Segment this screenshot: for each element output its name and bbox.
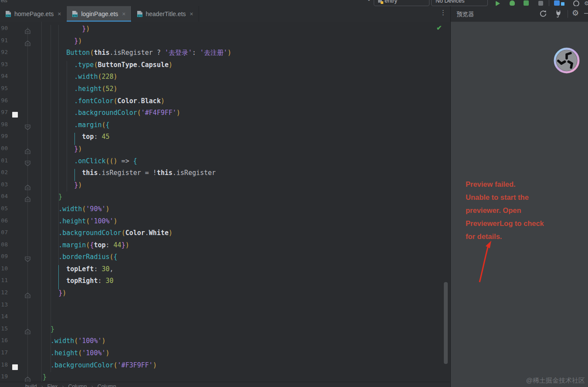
breadcrumb-item[interactable]: Column — [98, 384, 116, 387]
line-number[interactable]: 10 — [0, 265, 8, 277]
line-number[interactable]: 97 — [0, 109, 8, 121]
plug-icon[interactable] — [554, 10, 562, 18]
code-line[interactable]: .borderRadius({ — [43, 253, 231, 265]
fold-icon[interactable] — [25, 328, 30, 334]
code-line[interactable]: topRight: 30 — [43, 277, 231, 289]
chevron-down-icon[interactable]: ⌄ — [367, 0, 371, 2]
line-number[interactable]: 15 — [0, 325, 8, 337]
breadcrumb[interactable]: build›Flex›Column›Column — [25, 384, 116, 387]
line-number[interactable]: 93 — [0, 61, 8, 73]
tab-loginpage[interactable]: ETS loginPage.ets × — [67, 6, 131, 22]
line-number[interactable]: 96 — [0, 97, 8, 109]
line-number[interactable]: 92 — [0, 49, 8, 61]
fold-icon[interactable] — [25, 148, 30, 154]
tab-homepage[interactable]: ETS homePage.ets × — [0, 6, 67, 22]
line-number[interactable]: 91 — [0, 37, 8, 49]
code-line[interactable]: .backgroundColor('#F4F9FF') — [43, 109, 231, 121]
line-number[interactable]: 90 — [0, 25, 8, 37]
refresh-icon[interactable] — [539, 10, 547, 18]
line-number-gutter[interactable]: 9091929394959697989900010203040506070809… — [0, 25, 8, 382]
fold-icon[interactable] — [25, 196, 30, 202]
line-number[interactable]: 11 — [0, 277, 8, 289]
device-manager-icon[interactable] — [554, 0, 560, 6]
line-number[interactable]: 17 — [0, 349, 8, 361]
code-line[interactable]: }) — [43, 37, 231, 49]
code-line[interactable]: .height('100%') — [43, 349, 231, 361]
device-selector[interactable]: No Devices — [431, 0, 488, 6]
bookmark-icon[interactable] — [12, 364, 18, 370]
code-line[interactable]: .onClick(() => { — [43, 157, 231, 169]
code-line[interactable]: .backgroundColor('#F3F9FF') — [43, 361, 231, 374]
code-line[interactable] — [43, 301, 231, 313]
debug-button[interactable] — [510, 0, 515, 6]
line-number[interactable]: 08 — [0, 241, 8, 253]
code-line[interactable]: top: 45 — [43, 133, 231, 145]
line-number[interactable]: 04 — [0, 193, 8, 205]
line-number[interactable]: 18 — [0, 361, 8, 374]
line-number[interactable]: 98 — [0, 121, 8, 133]
line-number[interactable]: 14 — [0, 313, 8, 325]
line-number[interactable]: 01 — [0, 157, 8, 169]
settings-icon[interactable]: ⚙ — [584, 0, 588, 7]
line-number[interactable]: 94 — [0, 73, 8, 85]
fold-icon[interactable] — [25, 28, 30, 34]
code-editor[interactable]: 9091929394959697989900010203040506070809… — [0, 22, 450, 382]
code-line[interactable]: .width('100%') — [43, 337, 231, 349]
code-line[interactable]: }) — [43, 25, 231, 37]
code-line[interactable]: .fontColor(Color.Black) — [43, 97, 231, 109]
line-number[interactable]: 95 — [0, 85, 8, 97]
tab-headertitle[interactable]: ETS headerTitle.ets × — [132, 6, 199, 22]
fold-icon[interactable] — [25, 40, 30, 46]
code-line[interactable]: .width(228) — [43, 73, 231, 85]
line-number[interactable]: 00 — [0, 145, 8, 157]
breadcrumb-item[interactable]: Column — [68, 384, 87, 387]
bookmark-icon[interactable] — [12, 112, 18, 118]
fold-icon[interactable] — [25, 160, 30, 166]
line-number[interactable]: 07 — [0, 229, 8, 241]
profiler-button[interactable] — [524, 0, 529, 6]
line-number[interactable]: 03 — [0, 181, 8, 193]
device-manager-icon-2[interactable] — [561, 2, 564, 6]
fold-icon[interactable] — [25, 292, 30, 298]
code-content[interactable]: }) }) Button(this.isRegister ? '去登录': '去… — [43, 25, 231, 382]
fold-icon[interactable] — [25, 256, 30, 262]
inspection-ok-icon[interactable]: ✔ — [436, 24, 442, 32]
code-line[interactable]: } — [43, 325, 231, 337]
stop-button[interactable] — [538, 1, 543, 6]
line-number[interactable]: 16 — [0, 337, 8, 349]
code-line[interactable]: .margin({top: 44}) — [43, 241, 231, 253]
breadcrumb-item[interactable]: Flex — [47, 384, 58, 387]
code-line[interactable]: }) — [43, 145, 231, 157]
hide-panel-icon[interactable]: — — [584, 9, 588, 17]
code-line[interactable] — [43, 313, 231, 325]
close-icon[interactable]: × — [57, 10, 61, 17]
editor-scrollbar-thumb[interactable] — [444, 282, 448, 364]
fold-icon[interactable] — [25, 184, 30, 190]
fold-icon[interactable] — [25, 376, 30, 382]
code-line[interactable]: } — [43, 193, 231, 205]
gear-icon[interactable]: ⚙ — [572, 8, 580, 17]
close-icon[interactable]: × — [190, 10, 193, 17]
tab-options-menu-icon[interactable]: ⋮ — [440, 9, 446, 17]
line-number[interactable]: 13 — [0, 301, 8, 313]
line-number[interactable]: 12 — [0, 289, 8, 301]
line-number[interactable]: 06 — [0, 217, 8, 229]
code-line[interactable]: .width('90%') — [43, 205, 231, 217]
code-line[interactable]: }) — [43, 181, 231, 193]
line-number[interactable]: 19 — [0, 373, 8, 382]
code-line[interactable]: }) — [43, 289, 231, 301]
run-button[interactable] — [496, 1, 500, 6]
code-line[interactable]: topLeft: 30, — [43, 265, 231, 277]
code-line[interactable]: Button(this.isRegister ? '去登录': '去注册') — [43, 49, 231, 61]
breadcrumb-item[interactable]: build — [25, 384, 37, 387]
code-line[interactable]: .height('100%') — [43, 217, 231, 229]
line-number[interactable]: 99 — [0, 133, 8, 145]
close-icon[interactable]: × — [122, 10, 125, 17]
fold-icon[interactable] — [25, 124, 30, 130]
code-line[interactable]: .height(52) — [43, 85, 231, 97]
code-line[interactable]: .backgroundColor(Color.White) — [43, 229, 231, 241]
module-selector[interactable]: entry — [374, 0, 429, 6]
code-line[interactable]: .type(ButtonType.Capsule) — [43, 61, 231, 73]
code-line[interactable]: .margin({ — [43, 121, 231, 133]
search-icon[interactable] — [573, 0, 579, 7]
